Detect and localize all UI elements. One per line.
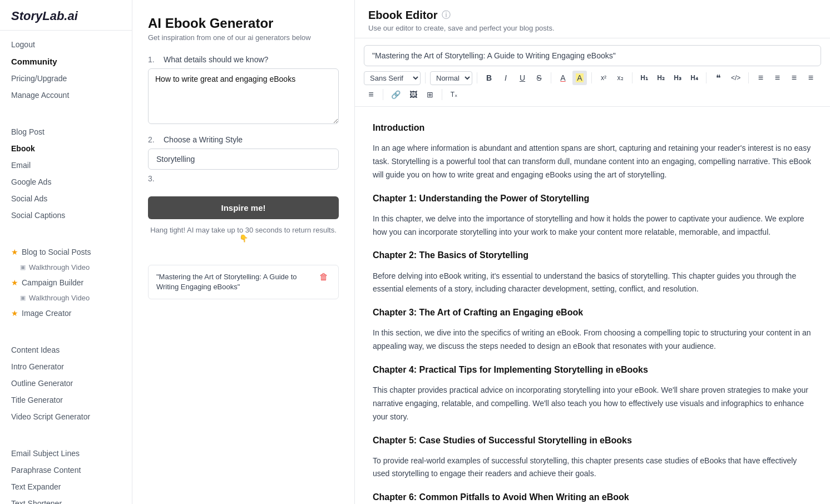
wait-message: Hang tight! AI may take up to 30 seconds… <box>148 226 339 243</box>
h3-button[interactable]: H₃ <box>670 71 685 85</box>
sidebar-sub-walkthrough-2[interactable]: ▣ Walkthrough Video <box>0 291 132 305</box>
table-button[interactable]: ⊞ <box>423 87 437 102</box>
toolbar-sep-5 <box>632 72 633 83</box>
clear-format-button[interactable]: Tₓ <box>447 87 461 102</box>
sidebar-item-title-generator[interactable]: Title Generator <box>0 392 132 408</box>
sidebar-sub-walkthrough-1[interactable]: ▣ Walkthrough Video <box>0 260 132 274</box>
delete-history-button[interactable]: 🗑 <box>317 272 330 282</box>
sidebar-item-blog-to-social[interactable]: ★ Blog to Social Posts <box>0 244 132 260</box>
subscript-button[interactable]: x₂ <box>613 71 628 85</box>
step1-question: What details should we know? <box>164 55 268 64</box>
step2-question: Choose a Writing Style <box>164 135 243 144</box>
sidebar-item-social-captions[interactable]: Social Captions <box>0 207 132 224</box>
step2-select-container: Storytelling Professional Casual Educati… <box>148 149 339 170</box>
content-heading-ch1: Chapter 1: Understanding the Power of St… <box>373 191 812 206</box>
info-icon[interactable]: ⓘ <box>442 9 451 21</box>
sidebar-content-nav: Blog Post Ebook Email Google Ads Social … <box>0 118 132 229</box>
sidebar-item-image-creator[interactable]: ★ Image Creator <box>0 305 132 322</box>
sidebar-item-campaign-builder[interactable]: ★ Campaign Builder <box>0 274 132 291</box>
editor-toolbar: Sans Serif Serif Monospace Normal Small … <box>355 66 830 107</box>
editor-doc-title[interactable]: "Mastering the Art of Storytelling: A Gu… <box>364 45 821 66</box>
editor-subtitle: Use our editor to create, save and perfe… <box>368 24 817 32</box>
sidebar-item-intro-generator[interactable]: Intro Generator <box>0 358 132 375</box>
generator-panel: AI Ebook Generator Get inspiration from … <box>132 0 355 504</box>
editor-header: Ebook Editor ⓘ Use our editor to create,… <box>355 0 830 38</box>
content-para-4: In this section, we dive into the specif… <box>373 327 812 353</box>
h4-button[interactable]: H₄ <box>687 71 701 85</box>
editor-content-area[interactable]: Introduction In an age where information… <box>355 107 830 504</box>
content-para-1: In an age where information is abundant … <box>373 142 812 181</box>
sidebar-item-ebook[interactable]: Ebook <box>0 140 132 157</box>
star-icon-3: ★ <box>11 309 18 318</box>
content-heading-ch2: Chapter 2: The Basics of Storytelling <box>373 248 812 263</box>
align-left-button[interactable]: ≡ <box>787 71 801 85</box>
strikethrough-button[interactable]: S <box>532 71 546 85</box>
sidebar-utilities-nav: Email Subject Lines Paraphrase Content T… <box>0 439 132 504</box>
blockquote-button[interactable]: ❝ <box>711 71 725 85</box>
star-icon-1: ★ <box>11 248 18 256</box>
h1-button[interactable]: H₁ <box>637 71 651 85</box>
step1-textarea[interactable]: How to write great and engaging eBooks <box>148 68 339 124</box>
editor-title: Ebook Editor <box>368 9 437 22</box>
link-button[interactable]: 🔗 <box>388 87 404 102</box>
sidebar-item-social-ads[interactable]: Social Ads <box>0 190 132 207</box>
sidebar-item-text-shortener[interactable]: Text Shortener <box>0 495 132 504</box>
font-size-select[interactable]: Normal Small Large Huge <box>430 71 472 85</box>
bg-color-button[interactable]: A <box>572 71 587 85</box>
generator-subtitle: Get inspiration from one of our ai gener… <box>148 33 339 42</box>
sidebar-item-text-expander[interactable]: Text Expander <box>0 478 132 495</box>
editor-panel: Ebook Editor ⓘ Use our editor to create,… <box>355 0 830 504</box>
code-button[interactable]: </> <box>728 71 744 85</box>
sidebar-item-video-script[interactable]: Video Script Generator <box>0 408 132 425</box>
superscript-button[interactable]: x² <box>596 71 611 85</box>
toolbar-sep-1 <box>425 72 426 83</box>
italic-button[interactable]: I <box>498 71 513 85</box>
app-logo: StoryLab.ai <box>0 0 132 31</box>
align-center-button[interactable]: ≡ <box>803 71 818 85</box>
content-heading-ch5: Chapter 5: Case Studies of Successful St… <box>373 433 812 448</box>
sidebar-item-google-ads[interactable]: Google Ads <box>0 174 132 190</box>
sidebar-item-community[interactable]: Community <box>0 53 132 70</box>
inspire-button[interactable]: Inspire me! <box>148 196 339 219</box>
sidebar-item-content-ideas[interactable]: Content Ideas <box>0 342 132 358</box>
sidebar-item-manage-account[interactable]: Manage Account <box>0 87 132 103</box>
sidebar-item-email[interactable]: Email <box>0 157 132 174</box>
content-heading-ch6: Chapter 6: Common Pitfalls to Avoid When… <box>373 490 812 504</box>
underline-button[interactable]: U <box>515 71 530 85</box>
content-heading-intro: Introduction <box>373 120 812 135</box>
content-heading-ch3: Chapter 3: The Art of Crafting an Engagi… <box>373 305 812 320</box>
toolbar-sep-2 <box>477 72 477 83</box>
sidebar-star-nav: ★ Blog to Social Posts ▣ Walkthrough Vid… <box>0 238 132 327</box>
toolbar-sep-7 <box>748 72 749 83</box>
text-color-button[interactable]: A <box>556 71 570 85</box>
history-item[interactable]: "Mastering the Art of Storytelling: A Gu… <box>148 265 339 299</box>
writing-style-select[interactable]: Storytelling Professional Casual Educati… <box>148 149 339 170</box>
content-heading-ch4: Chapter 4: Practical Tips for Implementi… <box>373 362 812 377</box>
image-button[interactable]: 🖼 <box>406 87 421 102</box>
font-family-select[interactable]: Sans Serif Serif Monospace <box>364 71 421 85</box>
bold-button[interactable]: B <box>482 71 496 85</box>
content-para-5: This chapter provides practical advice o… <box>373 384 812 423</box>
sidebar: StoryLab.ai Logout Community Pricing/Upg… <box>0 0 132 504</box>
sidebar-item-email-subject[interactable]: Email Subject Lines <box>0 445 132 462</box>
sidebar-item-outline-generator[interactable]: Outline Generator <box>0 375 132 392</box>
sidebar-item-logout[interactable]: Logout <box>0 36 132 53</box>
step2-number: 2. <box>148 135 159 144</box>
toolbar-sep-4 <box>591 72 592 83</box>
sidebar-item-pricing[interactable]: Pricing/Upgrade <box>0 70 132 87</box>
video-icon-2: ▣ <box>20 294 26 302</box>
toolbar-sep-3 <box>551 72 551 83</box>
sidebar-item-paraphrase[interactable]: Paraphrase Content <box>0 462 132 478</box>
editor-title-row: Ebook Editor ⓘ <box>368 9 817 22</box>
step1-number: 1. <box>148 55 159 64</box>
content-para-6: To provide real-world examples of succes… <box>373 454 812 481</box>
indent-increase-button[interactable]: ≡ <box>770 71 784 85</box>
h2-button[interactable]: H₂ <box>654 71 668 85</box>
indent-decrease-button[interactable]: ≡ <box>753 71 768 85</box>
star-icon-2: ★ <box>11 278 18 287</box>
align-right-button[interactable]: ≡ <box>364 87 378 102</box>
toolbar-sep-6 <box>706 72 707 83</box>
toolbar-sep-8 <box>383 89 383 100</box>
sidebar-item-blog-post[interactable]: Blog Post <box>0 123 132 140</box>
content-para-3: Before delving into eBook writing, it's … <box>373 270 812 297</box>
